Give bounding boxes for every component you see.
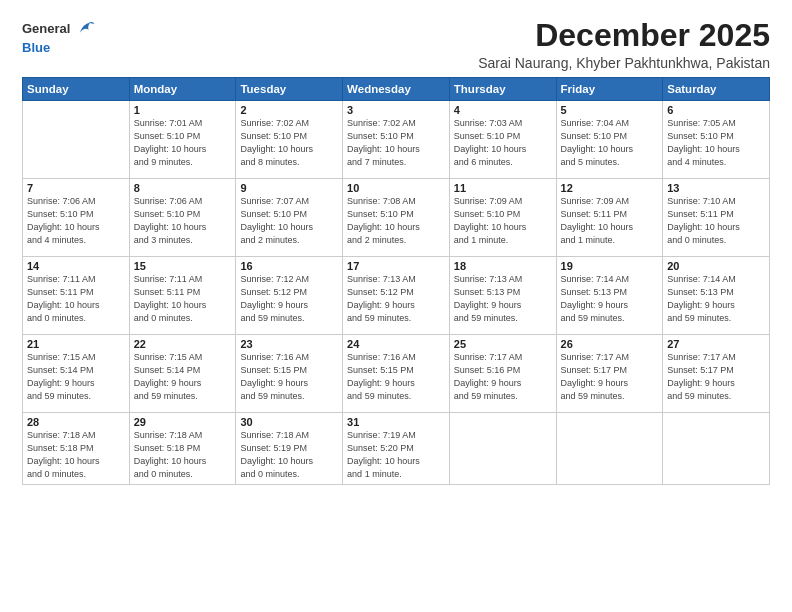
calendar-cell: 24Sunrise: 7:16 AM Sunset: 5:15 PM Dayli… [343, 335, 450, 413]
day-number: 27 [667, 338, 765, 350]
col-header-tuesday: Tuesday [236, 78, 343, 101]
day-info: Sunrise: 7:18 AM Sunset: 5:19 PM Dayligh… [240, 429, 338, 481]
calendar-cell: 5Sunrise: 7:04 AM Sunset: 5:10 PM Daylig… [556, 101, 663, 179]
day-number: 5 [561, 104, 659, 116]
calendar-cell: 31Sunrise: 7:19 AM Sunset: 5:20 PM Dayli… [343, 413, 450, 485]
day-info: Sunrise: 7:18 AM Sunset: 5:18 PM Dayligh… [27, 429, 125, 481]
header: General Blue December 2025 Sarai Naurang… [22, 18, 770, 71]
day-number: 6 [667, 104, 765, 116]
calendar-cell: 14Sunrise: 7:11 AM Sunset: 5:11 PM Dayli… [23, 257, 130, 335]
day-number: 23 [240, 338, 338, 350]
calendar-cell: 28Sunrise: 7:18 AM Sunset: 5:18 PM Dayli… [23, 413, 130, 485]
day-info: Sunrise: 7:02 AM Sunset: 5:10 PM Dayligh… [347, 117, 445, 169]
calendar-cell: 26Sunrise: 7:17 AM Sunset: 5:17 PM Dayli… [556, 335, 663, 413]
calendar-cell: 19Sunrise: 7:14 AM Sunset: 5:13 PM Dayli… [556, 257, 663, 335]
day-number: 26 [561, 338, 659, 350]
day-number: 9 [240, 182, 338, 194]
day-info: Sunrise: 7:05 AM Sunset: 5:10 PM Dayligh… [667, 117, 765, 169]
calendar-cell [663, 413, 770, 485]
calendar-week-row: 14Sunrise: 7:11 AM Sunset: 5:11 PM Dayli… [23, 257, 770, 335]
day-number: 1 [134, 104, 232, 116]
subtitle: Sarai Naurang, Khyber Pakhtunkhwa, Pakis… [478, 55, 770, 71]
col-header-thursday: Thursday [449, 78, 556, 101]
day-info: Sunrise: 7:09 AM Sunset: 5:11 PM Dayligh… [561, 195, 659, 247]
calendar-week-row: 7Sunrise: 7:06 AM Sunset: 5:10 PM Daylig… [23, 179, 770, 257]
day-number: 2 [240, 104, 338, 116]
calendar-cell: 12Sunrise: 7:09 AM Sunset: 5:11 PM Dayli… [556, 179, 663, 257]
day-number: 31 [347, 416, 445, 428]
calendar-cell: 20Sunrise: 7:14 AM Sunset: 5:13 PM Dayli… [663, 257, 770, 335]
col-header-monday: Monday [129, 78, 236, 101]
calendar-cell: 21Sunrise: 7:15 AM Sunset: 5:14 PM Dayli… [23, 335, 130, 413]
day-info: Sunrise: 7:16 AM Sunset: 5:15 PM Dayligh… [240, 351, 338, 403]
day-info: Sunrise: 7:07 AM Sunset: 5:10 PM Dayligh… [240, 195, 338, 247]
day-number: 12 [561, 182, 659, 194]
calendar-cell: 25Sunrise: 7:17 AM Sunset: 5:16 PM Dayli… [449, 335, 556, 413]
calendar-cell: 22Sunrise: 7:15 AM Sunset: 5:14 PM Dayli… [129, 335, 236, 413]
logo: General Blue [22, 18, 96, 56]
calendar-week-row: 28Sunrise: 7:18 AM Sunset: 5:18 PM Dayli… [23, 413, 770, 485]
day-info: Sunrise: 7:12 AM Sunset: 5:12 PM Dayligh… [240, 273, 338, 325]
day-info: Sunrise: 7:14 AM Sunset: 5:13 PM Dayligh… [667, 273, 765, 325]
calendar-cell: 10Sunrise: 7:08 AM Sunset: 5:10 PM Dayli… [343, 179, 450, 257]
calendar-cell: 23Sunrise: 7:16 AM Sunset: 5:15 PM Dayli… [236, 335, 343, 413]
day-info: Sunrise: 7:03 AM Sunset: 5:10 PM Dayligh… [454, 117, 552, 169]
calendar-cell: 11Sunrise: 7:09 AM Sunset: 5:10 PM Dayli… [449, 179, 556, 257]
calendar-cell [449, 413, 556, 485]
calendar-cell: 9Sunrise: 7:07 AM Sunset: 5:10 PM Daylig… [236, 179, 343, 257]
calendar-cell [556, 413, 663, 485]
day-info: Sunrise: 7:17 AM Sunset: 5:17 PM Dayligh… [561, 351, 659, 403]
calendar-cell: 29Sunrise: 7:18 AM Sunset: 5:18 PM Dayli… [129, 413, 236, 485]
col-header-wednesday: Wednesday [343, 78, 450, 101]
day-number: 18 [454, 260, 552, 272]
day-info: Sunrise: 7:09 AM Sunset: 5:10 PM Dayligh… [454, 195, 552, 247]
main-title: December 2025 [478, 18, 770, 53]
day-number: 29 [134, 416, 232, 428]
day-number: 3 [347, 104, 445, 116]
day-number: 8 [134, 182, 232, 194]
title-block: December 2025 Sarai Naurang, Khyber Pakh… [478, 18, 770, 71]
day-info: Sunrise: 7:01 AM Sunset: 5:10 PM Dayligh… [134, 117, 232, 169]
day-number: 19 [561, 260, 659, 272]
day-info: Sunrise: 7:11 AM Sunset: 5:11 PM Dayligh… [27, 273, 125, 325]
day-number: 28 [27, 416, 125, 428]
calendar-cell: 16Sunrise: 7:12 AM Sunset: 5:12 PM Dayli… [236, 257, 343, 335]
day-info: Sunrise: 7:16 AM Sunset: 5:15 PM Dayligh… [347, 351, 445, 403]
day-info: Sunrise: 7:04 AM Sunset: 5:10 PM Dayligh… [561, 117, 659, 169]
day-number: 22 [134, 338, 232, 350]
calendar-table: SundayMondayTuesdayWednesdayThursdayFrid… [22, 77, 770, 485]
day-info: Sunrise: 7:15 AM Sunset: 5:14 PM Dayligh… [27, 351, 125, 403]
day-info: Sunrise: 7:17 AM Sunset: 5:16 PM Dayligh… [454, 351, 552, 403]
day-info: Sunrise: 7:06 AM Sunset: 5:10 PM Dayligh… [27, 195, 125, 247]
col-header-saturday: Saturday [663, 78, 770, 101]
calendar-cell: 1Sunrise: 7:01 AM Sunset: 5:10 PM Daylig… [129, 101, 236, 179]
logo-blue: Blue [22, 40, 50, 56]
logo-bird-icon [74, 18, 96, 40]
calendar-cell: 27Sunrise: 7:17 AM Sunset: 5:17 PM Dayli… [663, 335, 770, 413]
day-info: Sunrise: 7:10 AM Sunset: 5:11 PM Dayligh… [667, 195, 765, 247]
calendar-header-row: SundayMondayTuesdayWednesdayThursdayFrid… [23, 78, 770, 101]
calendar-cell: 8Sunrise: 7:06 AM Sunset: 5:10 PM Daylig… [129, 179, 236, 257]
logo-general: General [22, 21, 70, 37]
day-number: 21 [27, 338, 125, 350]
calendar-cell: 15Sunrise: 7:11 AM Sunset: 5:11 PM Dayli… [129, 257, 236, 335]
day-info: Sunrise: 7:08 AM Sunset: 5:10 PM Dayligh… [347, 195, 445, 247]
calendar-cell: 13Sunrise: 7:10 AM Sunset: 5:11 PM Dayli… [663, 179, 770, 257]
day-number: 17 [347, 260, 445, 272]
col-header-friday: Friday [556, 78, 663, 101]
calendar-cell: 30Sunrise: 7:18 AM Sunset: 5:19 PM Dayli… [236, 413, 343, 485]
day-info: Sunrise: 7:14 AM Sunset: 5:13 PM Dayligh… [561, 273, 659, 325]
day-number: 24 [347, 338, 445, 350]
calendar-cell: 4Sunrise: 7:03 AM Sunset: 5:10 PM Daylig… [449, 101, 556, 179]
page: General Blue December 2025 Sarai Naurang… [0, 0, 792, 612]
day-number: 20 [667, 260, 765, 272]
day-number: 15 [134, 260, 232, 272]
day-info: Sunrise: 7:13 AM Sunset: 5:13 PM Dayligh… [454, 273, 552, 325]
day-info: Sunrise: 7:06 AM Sunset: 5:10 PM Dayligh… [134, 195, 232, 247]
calendar-cell: 3Sunrise: 7:02 AM Sunset: 5:10 PM Daylig… [343, 101, 450, 179]
day-info: Sunrise: 7:19 AM Sunset: 5:20 PM Dayligh… [347, 429, 445, 481]
day-info: Sunrise: 7:13 AM Sunset: 5:12 PM Dayligh… [347, 273, 445, 325]
day-number: 4 [454, 104, 552, 116]
day-info: Sunrise: 7:11 AM Sunset: 5:11 PM Dayligh… [134, 273, 232, 325]
calendar-cell [23, 101, 130, 179]
